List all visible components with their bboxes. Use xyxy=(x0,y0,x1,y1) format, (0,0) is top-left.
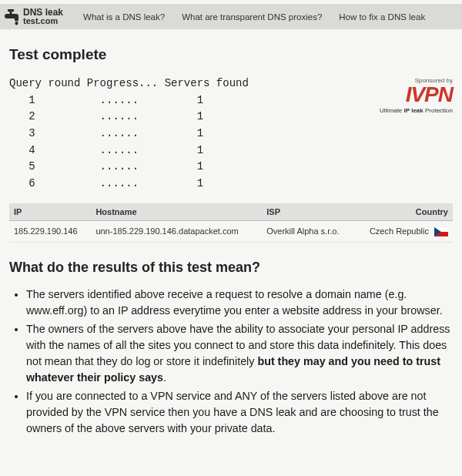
flag-icon xyxy=(434,227,448,236)
page-title: Test complete xyxy=(9,46,453,63)
cell-ip: 185.229.190.146 xyxy=(9,220,91,242)
col-isp: ISP xyxy=(262,203,353,221)
col-ip: IP xyxy=(9,203,91,221)
logo-text: DNS leak test.com xyxy=(23,8,63,25)
table-row: 185.229.190.146unn-185.229.190.146.datap… xyxy=(9,220,453,242)
explain-item-2: The owners of the servers above have the… xyxy=(26,321,453,385)
col-hostname: Hostname xyxy=(91,203,262,221)
sponsor-box[interactable]: Sponsored by IVPN Ultimate IP leak Prote… xyxy=(353,75,453,193)
top-nav-bar: DNS leak test.com What is a DNS leak? Wh… xyxy=(0,0,462,29)
faucet-icon xyxy=(3,8,22,25)
nav-proxies-link[interactable]: What are transparent DNS proxies? xyxy=(182,12,322,22)
site-logo[interactable]: DNS leak test.com xyxy=(0,8,69,25)
nav-fix-link[interactable]: How to fix a DNS leak xyxy=(339,12,425,22)
cell-hostname: unn-185.229.190.146.datapacket.com xyxy=(91,220,262,242)
svg-point-4 xyxy=(15,21,18,25)
results-table: IP Hostname ISP Country 185.229.190.146u… xyxy=(9,203,453,243)
cell-isp: Overkill Alpha s.r.o. xyxy=(262,220,353,242)
explain-item-1: The servers identified above receive a r… xyxy=(26,287,453,318)
explain-heading: What do the results of this test mean? xyxy=(9,260,453,276)
svg-rect-1 xyxy=(10,11,12,14)
explain-item-3: If you are connected to a VPN service an… xyxy=(26,388,453,436)
col-country: Country xyxy=(354,203,453,221)
query-progress-block: Query round Progress... Servers found 1 … xyxy=(9,75,353,193)
svg-rect-3 xyxy=(15,17,18,21)
nav-links: What is a DNS leak? What are transparent… xyxy=(83,12,425,22)
sponsor-tagline: Ultimate IP leak Protection xyxy=(353,107,453,114)
nav-what-is-link[interactable]: What is a DNS leak? xyxy=(83,12,165,22)
ivpn-logo: IVPN xyxy=(353,84,453,106)
cell-country: Czech Republic xyxy=(354,220,453,242)
explain-list: The servers identified above receive a r… xyxy=(9,287,453,436)
